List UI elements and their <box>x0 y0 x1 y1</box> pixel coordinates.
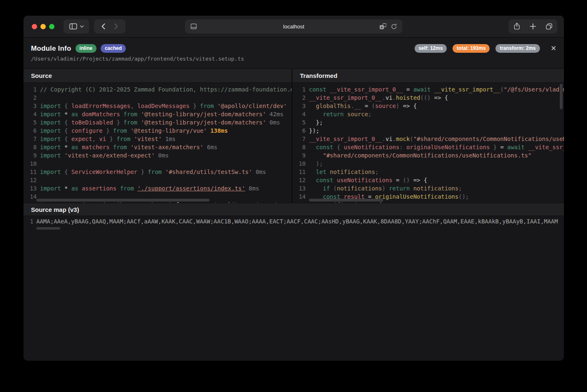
line-number: 13 <box>28 184 37 192</box>
token: ( <box>500 86 504 93</box>
forward-button[interactable] <box>113 23 119 30</box>
cached-badge: cached <box>101 44 126 53</box>
token: '@testing-library/jest-dom/matchers' <box>141 119 266 126</box>
line-number: 15 <box>297 201 306 203</box>
url-text: localhost <box>185 23 403 30</box>
token: => { <box>413 177 427 183</box>
sourcemap-content: AAMA;AAeA,yBAAG,QAAQ,MAAM;AACf,aAAW,KAAK… <box>36 218 558 225</box>
transformed-panel-title: Transformed <box>292 69 564 83</box>
line-number: 3 <box>297 102 306 110</box>
token: 42ms <box>266 111 283 117</box>
source-code[interactable]: 1// Copyright (C) 2012-2025 Zammad Found… <box>24 83 292 203</box>
line-number: 5 <box>297 118 306 127</box>
line-number: 12 <box>28 176 37 184</box>
token: import <box>40 185 61 192</box>
close-window-button[interactable] <box>32 24 37 29</box>
reload-icon[interactable] <box>391 23 398 30</box>
token: from <box>176 202 190 203</box>
line-number: 6 <box>297 127 306 135</box>
tab-overview-icon[interactable] <box>545 22 553 31</box>
token <box>61 119 64 126</box>
token: from <box>148 169 162 175</box>
back-button[interactable] <box>100 23 107 30</box>
zoom-window-button[interactable] <box>49 24 54 29</box>
token: as <box>71 144 78 150</box>
token: '@testing-library/jest-dom/matchers' <box>141 111 266 117</box>
share-icon[interactable] <box>513 22 521 31</box>
new-tab-icon[interactable] <box>529 23 537 30</box>
code-line: 7__vite_ssr_import_0__.vi.mock("#shared/… <box>292 135 564 143</box>
translate-icon[interactable]: A <box>380 23 387 30</box>
token: import <box>40 127 61 134</box>
token: { <box>64 169 71 175</box>
token: vi <box>385 136 392 142</box>
code-line: 5 }; <box>292 118 564 127</box>
token: from <box>123 111 137 117</box>
module-link[interactable]: './support/assertions/index.ts' <box>137 185 245 192</box>
module-path: /Users/vladimir/Projects/zammad/app/fron… <box>31 56 556 62</box>
sourcemap-line-number: 1 <box>28 218 33 225</box>
minimize-window-button[interactable] <box>40 24 46 29</box>
close-icon[interactable]: ✕ <box>551 45 556 52</box>
transformed-vertical-scrollbar[interactable] <box>560 84 563 109</box>
token <box>127 127 130 134</box>
token: , <box>130 103 137 109</box>
token: import <box>40 169 61 175</box>
toolbar-right-buttons <box>509 19 557 33</box>
module-info-header: Module Info inline cached self: 12ms tot… <box>24 38 564 69</box>
token: "#shared/components/CommonNotifications/… <box>413 136 564 142</box>
token: const <box>316 177 333 183</box>
source-panel: Source 1// Copyright (C) 2012-2025 Zamma… <box>24 69 292 203</box>
token: '@apollo/client/dev' <box>217 103 287 109</box>
token: 'vitest' <box>134 136 162 142</box>
token: import <box>40 136 61 142</box>
transformed-panel: Transformed 1const __vite_ssr_import_0__… <box>292 69 564 203</box>
token: import <box>40 119 61 126</box>
code-line: 3 globalThis.__ = (source) => { <box>292 102 564 110</box>
token: configure <box>71 127 103 134</box>
token <box>431 86 434 93</box>
token <box>61 202 64 203</box>
token: . <box>351 103 354 109</box>
token: . <box>392 136 396 142</box>
token <box>134 185 137 192</box>
token: from <box>116 136 130 142</box>
source-horizontal-scrollbar[interactable] <box>36 199 210 202</box>
token: originalUseNotifications <box>375 193 458 200</box>
sourcemap-line: 1 AAMA;AAeA,yBAAG,QAAQ,MAAM;AACf,aAAW,KA… <box>24 216 564 227</box>
self-timing-badge: self: 12ms <box>415 44 447 53</box>
page-settings-icon[interactable] <box>190 23 198 30</box>
code-line: 3import { loadErrorMessages, loadDevMess… <box>24 102 292 110</box>
line-number: 5 <box>28 118 37 127</box>
code-line: 10 ); <box>292 160 564 168</box>
code-line: 9import 'vitest-axe/extend-expect' 0ms <box>24 151 292 160</box>
line-number: 14 <box>28 192 37 201</box>
token: { <box>64 127 71 134</box>
transformed-code[interactable]: 1const __vite_ssr_import_0__ = await __v… <box>292 83 564 203</box>
line-number: 2 <box>297 94 306 102</box>
transformed-horizontal-scrollbar[interactable] <box>309 199 383 202</box>
token: ServiceWorkerHelper <box>71 169 137 175</box>
token: , <box>92 136 99 142</box>
line-number: 6 <box>28 127 37 135</box>
sourcemap-horizontal-scrollbar[interactable] <box>36 227 60 230</box>
address-bar[interactable]: localhost A <box>185 19 403 33</box>
total-timing-badge: total: 193ms <box>453 44 490 53</box>
token: import <box>40 202 61 203</box>
code-line: 6}); <box>292 127 564 135</box>
token: ; <box>375 169 378 175</box>
token: } <box>137 169 148 175</box>
line-number: 2 <box>28 94 37 102</box>
token <box>309 177 316 183</box>
token <box>130 136 134 142</box>
code-line: 9 "#shared/components/CommonNotification… <box>292 151 564 160</box>
token: mock <box>396 136 410 142</box>
token: useNotifications <box>344 144 399 150</box>
token: "/@fs/Users/vladimir/ <box>504 86 564 93</box>
token <box>61 169 64 175</box>
line-number: 3 <box>28 102 37 110</box>
sidebar-toggle-button[interactable] <box>64 19 89 33</box>
token <box>309 111 323 117</box>
token: } <box>165 202 175 203</box>
token <box>326 169 330 175</box>
